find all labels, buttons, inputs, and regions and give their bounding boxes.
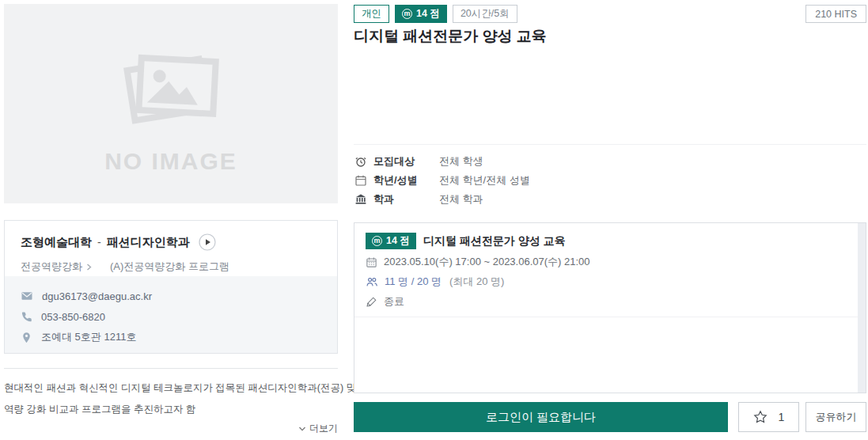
college-name: 조형예술대학	[21, 235, 92, 250]
contact-section: dgu36173@daegu.ac.kr 053-850-6820 조예대 5호…	[5, 276, 337, 353]
info-label: 학년/성별	[373, 173, 439, 188]
calendar-icon	[366, 256, 377, 268]
map-pin-icon	[21, 332, 32, 343]
session-date-row: 2023.05.10(수) 17:00 ~ 2023.06.07(수) 21:0…	[366, 255, 847, 269]
favorite-count: 1	[779, 411, 785, 423]
session-title: 디지털 패션전문가 양성 교육	[423, 234, 566, 248]
hours-badge: 20시간/5회	[453, 5, 517, 23]
course-detail-page: NO IMAGE 조형예술대학 - 패션디자인학과 전공역량강화 (A)전공역량…	[0, 0, 868, 440]
department-name: 패션디자인학과	[107, 235, 190, 250]
star-icon	[753, 410, 768, 424]
login-required-button[interactable]: 로그인이 필요합니다	[354, 402, 728, 432]
mileage-icon: m	[402, 9, 412, 19]
show-more-label: 더보기	[309, 422, 338, 435]
play-button[interactable]	[199, 233, 216, 251]
organization-card: 조형예술대학 - 패션디자인학과 전공역량강화 (A)전공역량강화 프로그램	[4, 220, 338, 354]
contact-phone-row: 053-850-6820	[21, 307, 321, 326]
name-separator: -	[97, 236, 101, 248]
share-button[interactable]: 공유하기	[805, 402, 866, 432]
phone-icon	[21, 311, 32, 323]
chevron-down-icon	[298, 426, 306, 432]
breadcrumb-category[interactable]: 전공역량강화	[21, 260, 82, 274]
no-image-placeholder: NO IMAGE	[4, 4, 338, 203]
breadcrumb: 전공역량강화 (A)전공역량강화 프로그램	[21, 260, 321, 274]
no-image-label: NO IMAGE	[104, 148, 237, 175]
photo-placeholder-icon	[112, 47, 230, 127]
info-label: 학과	[373, 192, 439, 207]
mileage-icon: m	[372, 236, 382, 246]
session-status-row: 종료	[366, 294, 847, 309]
chevron-right-icon	[85, 264, 93, 271]
session-enrollment: 11 명 / 20 명	[385, 275, 442, 289]
session-capacity-note: (최대 20 명)	[449, 275, 504, 289]
hits-counter: 210 HITS	[805, 5, 866, 23]
calendar-icon	[354, 174, 367, 187]
session-enrollment-row: 11 명 / 20 명 (최대 20 명)	[366, 275, 847, 289]
info-row-grade-gender: 학년/성별 전체 학년/전체 성별	[354, 171, 866, 190]
session-status: 종료	[384, 294, 404, 309]
session-list-item[interactable]: m 14 점 디지털 패션전문가 양성 교육 2023.05.10(수) 17:…	[354, 223, 858, 317]
session-date-range: 2023.05.10(수) 17:00 ~ 2023.06.07(수) 21:0…	[384, 255, 590, 269]
contact-email: dgu36173@daegu.ac.kr	[42, 290, 152, 302]
info-row-target: 모집대상 전체 학생	[354, 152, 866, 171]
info-value: 전체 학과	[439, 192, 483, 207]
pen-icon	[366, 296, 377, 308]
session-points-label: 14 점	[386, 234, 410, 248]
info-value: 전체 학년/전체 성별	[439, 173, 530, 188]
scrollbar-track[interactable]	[858, 223, 866, 393]
description-line-1: 현대적인 패션과 혁신적인 디지털 테크놀로지가 접목된 패션디자인학과(전공)…	[4, 377, 344, 399]
personal-badge: 개인	[354, 5, 389, 23]
mail-icon	[21, 290, 33, 302]
alarm-clock-icon	[354, 155, 367, 168]
organization-header: 조형예술대학 - 패션디자인학과 전공역량강화 (A)전공역량강화 프로그램	[5, 221, 337, 277]
bank-icon	[354, 193, 367, 206]
page-title: 디지털 패션전문가 양성 교육	[354, 26, 547, 47]
people-icon	[366, 276, 378, 288]
points-badge: m 14 점	[395, 5, 447, 23]
contact-address-row: 조예대 5호관 1211호	[21, 328, 321, 347]
session-list-panel: m 14 점 디지털 패션전문가 양성 교육 2023.05.10(수) 17:…	[354, 222, 866, 393]
left-section-divider	[4, 368, 338, 369]
description-line-2: 역량 강화 비교과 프로그램을 추진하고자 함	[4, 399, 344, 420]
contact-email-row: dgu36173@daegu.ac.kr	[21, 286, 321, 305]
favorite-button[interactable]: 1	[738, 402, 799, 432]
info-row-department: 학과 전체 학과	[354, 190, 866, 209]
info-value: 전체 학생	[439, 154, 483, 169]
show-more-button[interactable]: 더보기	[4, 422, 338, 435]
contact-address: 조예대 5호관 1211호	[41, 330, 136, 344]
info-label: 모집대상	[373, 154, 439, 169]
session-points-badge: m 14 점	[366, 233, 416, 249]
course-info-section: 모집대상 전체 학생 학년/성별 전체 학년/전체 성별	[354, 144, 866, 209]
breadcrumb-program[interactable]: (A)전공역량강화 프로그램	[110, 260, 229, 274]
contact-phone: 053-850-6820	[41, 311, 105, 323]
organization-description: 현대적인 패션과 혁신적인 디지털 테크놀로지가 접목된 패션디자인학과(전공)…	[4, 377, 344, 420]
points-badge-label: 14 점	[416, 7, 440, 21]
header-badges: 개인 m 14 점 20시간/5회	[354, 5, 517, 23]
